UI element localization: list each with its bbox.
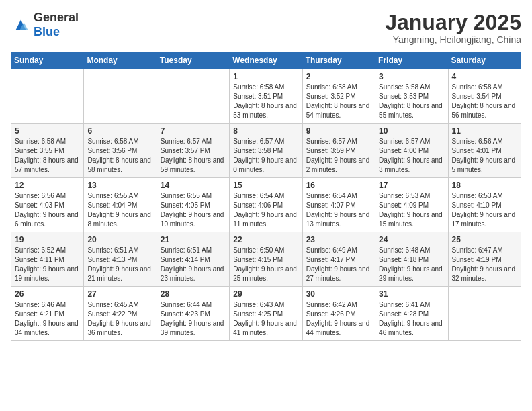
day-number: 26 bbox=[15, 289, 80, 299]
calendar-cell bbox=[448, 287, 521, 341]
day-info: Sunrise: 6:41 AM Sunset: 4:28 PM Dayligh… bbox=[379, 300, 444, 338]
day-number: 24 bbox=[379, 235, 444, 244]
calendar-cell bbox=[84, 69, 157, 124]
day-header: Friday bbox=[375, 52, 448, 69]
calendar-week: 12Sunrise: 6:56 AM Sunset: 4:03 PM Dayli… bbox=[11, 178, 521, 232]
page-header: General Blue January 2025 Yangming, Heil… bbox=[11, 11, 521, 45]
day-number: 12 bbox=[15, 181, 80, 190]
day-number: 9 bbox=[306, 126, 371, 136]
day-info: Sunrise: 6:58 AM Sunset: 3:54 PM Dayligh… bbox=[452, 83, 517, 120]
logo-icon bbox=[11, 15, 31, 35]
calendar-week: 26Sunrise: 6:46 AM Sunset: 4:21 PM Dayli… bbox=[11, 287, 521, 341]
calendar-week: 5Sunrise: 6:58 AM Sunset: 3:55 PM Daylig… bbox=[11, 124, 521, 178]
day-number: 5 bbox=[15, 126, 80, 136]
day-number: 3 bbox=[379, 72, 444, 81]
day-info: Sunrise: 6:45 AM Sunset: 4:22 PM Dayligh… bbox=[87, 300, 152, 338]
day-number: 16 bbox=[306, 181, 371, 190]
calendar-week: 1Sunrise: 6:58 AM Sunset: 3:51 PM Daylig… bbox=[11, 69, 521, 124]
logo: General Blue bbox=[11, 11, 79, 39]
calendar-cell: 31Sunrise: 6:41 AM Sunset: 4:28 PM Dayli… bbox=[375, 287, 448, 341]
logo-blue: Blue bbox=[34, 25, 60, 38]
day-info: Sunrise: 6:58 AM Sunset: 3:55 PM Dayligh… bbox=[15, 137, 80, 175]
day-number: 13 bbox=[87, 181, 152, 190]
day-header: Wednesday bbox=[230, 52, 302, 69]
day-info: Sunrise: 6:58 AM Sunset: 3:51 PM Dayligh… bbox=[233, 83, 298, 120]
day-info: Sunrise: 6:58 AM Sunset: 3:53 PM Dayligh… bbox=[379, 83, 444, 120]
calendar-cell: 29Sunrise: 6:43 AM Sunset: 4:25 PM Dayli… bbox=[230, 287, 302, 341]
calendar-cell: 4Sunrise: 6:58 AM Sunset: 3:54 PM Daylig… bbox=[448, 69, 521, 124]
logo-text: General Blue bbox=[34, 11, 79, 39]
month-title: January 2025 bbox=[385, 11, 521, 34]
day-header: Thursday bbox=[302, 52, 375, 69]
day-info: Sunrise: 6:44 AM Sunset: 4:23 PM Dayligh… bbox=[161, 300, 226, 338]
day-info: Sunrise: 6:57 AM Sunset: 4:00 PM Dayligh… bbox=[379, 137, 444, 175]
calendar-cell bbox=[157, 69, 229, 124]
day-number: 18 bbox=[452, 181, 517, 190]
day-number: 19 bbox=[15, 235, 80, 244]
day-info: Sunrise: 6:46 AM Sunset: 4:21 PM Dayligh… bbox=[15, 300, 80, 338]
calendar-cell: 10Sunrise: 6:57 AM Sunset: 4:00 PM Dayli… bbox=[375, 124, 448, 178]
calendar-cell: 20Sunrise: 6:51 AM Sunset: 4:13 PM Dayli… bbox=[84, 232, 157, 287]
calendar-cell: 14Sunrise: 6:55 AM Sunset: 4:05 PM Dayli… bbox=[157, 178, 229, 232]
day-info: Sunrise: 6:42 AM Sunset: 4:26 PM Dayligh… bbox=[306, 300, 371, 338]
calendar-cell: 5Sunrise: 6:58 AM Sunset: 3:55 PM Daylig… bbox=[11, 124, 84, 178]
calendar-cell: 16Sunrise: 6:54 AM Sunset: 4:07 PM Dayli… bbox=[302, 178, 375, 232]
day-info: Sunrise: 6:56 AM Sunset: 4:01 PM Dayligh… bbox=[452, 137, 517, 175]
calendar-cell: 9Sunrise: 6:57 AM Sunset: 3:59 PM Daylig… bbox=[302, 124, 375, 178]
day-info: Sunrise: 6:51 AM Sunset: 4:13 PM Dayligh… bbox=[87, 246, 152, 283]
day-number: 22 bbox=[233, 235, 298, 244]
day-info: Sunrise: 6:53 AM Sunset: 4:10 PM Dayligh… bbox=[452, 191, 517, 229]
calendar-cell: 3Sunrise: 6:58 AM Sunset: 3:53 PM Daylig… bbox=[375, 69, 448, 124]
day-info: Sunrise: 6:57 AM Sunset: 3:59 PM Dayligh… bbox=[306, 137, 371, 175]
day-header: Saturday bbox=[448, 52, 521, 69]
calendar-cell: 11Sunrise: 6:56 AM Sunset: 4:01 PM Dayli… bbox=[448, 124, 521, 178]
day-number: 20 bbox=[87, 235, 152, 244]
calendar-cell: 19Sunrise: 6:52 AM Sunset: 4:11 PM Dayli… bbox=[11, 232, 84, 287]
calendar-header: SundayMondayTuesdayWednesdayThursdayFrid… bbox=[11, 52, 521, 69]
title-area: January 2025 Yangming, Heilongjiang, Chi… bbox=[385, 11, 521, 45]
day-number: 14 bbox=[161, 181, 226, 190]
day-number: 1 bbox=[233, 72, 298, 81]
day-info: Sunrise: 6:51 AM Sunset: 4:14 PM Dayligh… bbox=[161, 246, 226, 283]
day-info: Sunrise: 6:53 AM Sunset: 4:09 PM Dayligh… bbox=[379, 191, 444, 229]
day-info: Sunrise: 6:58 AM Sunset: 3:56 PM Dayligh… bbox=[87, 137, 152, 175]
calendar-cell: 15Sunrise: 6:54 AM Sunset: 4:06 PM Dayli… bbox=[230, 178, 302, 232]
day-info: Sunrise: 6:54 AM Sunset: 4:07 PM Dayligh… bbox=[306, 191, 371, 229]
day-info: Sunrise: 6:47 AM Sunset: 4:19 PM Dayligh… bbox=[452, 246, 517, 283]
calendar-cell: 18Sunrise: 6:53 AM Sunset: 4:10 PM Dayli… bbox=[448, 178, 521, 232]
day-info: Sunrise: 6:55 AM Sunset: 4:05 PM Dayligh… bbox=[161, 191, 226, 229]
day-info: Sunrise: 6:49 AM Sunset: 4:17 PM Dayligh… bbox=[306, 246, 371, 283]
day-number: 17 bbox=[379, 181, 444, 190]
day-info: Sunrise: 6:48 AM Sunset: 4:18 PM Dayligh… bbox=[379, 246, 444, 283]
calendar-cell: 21Sunrise: 6:51 AM Sunset: 4:14 PM Dayli… bbox=[157, 232, 229, 287]
day-number: 29 bbox=[233, 289, 298, 299]
day-number: 15 bbox=[233, 181, 298, 190]
day-number: 8 bbox=[233, 126, 298, 136]
day-number: 30 bbox=[306, 289, 371, 299]
day-info: Sunrise: 6:43 AM Sunset: 4:25 PM Dayligh… bbox=[233, 300, 298, 338]
calendar-cell: 23Sunrise: 6:49 AM Sunset: 4:17 PM Dayli… bbox=[302, 232, 375, 287]
day-info: Sunrise: 6:58 AM Sunset: 3:52 PM Dayligh… bbox=[306, 83, 371, 120]
day-number: 7 bbox=[161, 126, 226, 136]
calendar-cell: 30Sunrise: 6:42 AM Sunset: 4:26 PM Dayli… bbox=[302, 287, 375, 341]
calendar-cell: 17Sunrise: 6:53 AM Sunset: 4:09 PM Dayli… bbox=[375, 178, 448, 232]
day-info: Sunrise: 6:57 AM Sunset: 3:58 PM Dayligh… bbox=[233, 137, 298, 175]
day-number: 2 bbox=[306, 72, 371, 81]
calendar-cell: 26Sunrise: 6:46 AM Sunset: 4:21 PM Dayli… bbox=[11, 287, 84, 341]
calendar-cell: 8Sunrise: 6:57 AM Sunset: 3:58 PM Daylig… bbox=[230, 124, 302, 178]
calendar-cell: 13Sunrise: 6:55 AM Sunset: 4:04 PM Dayli… bbox=[84, 178, 157, 232]
day-number: 6 bbox=[87, 126, 152, 136]
calendar-cell: 24Sunrise: 6:48 AM Sunset: 4:18 PM Dayli… bbox=[375, 232, 448, 287]
day-number: 27 bbox=[87, 289, 152, 299]
day-header: Monday bbox=[84, 52, 157, 69]
calendar-cell: 1Sunrise: 6:58 AM Sunset: 3:51 PM Daylig… bbox=[230, 69, 302, 124]
calendar-week: 19Sunrise: 6:52 AM Sunset: 4:11 PM Dayli… bbox=[11, 232, 521, 287]
calendar-cell: 6Sunrise: 6:58 AM Sunset: 3:56 PM Daylig… bbox=[84, 124, 157, 178]
day-info: Sunrise: 6:50 AM Sunset: 4:15 PM Dayligh… bbox=[233, 246, 298, 283]
calendar-body: 1Sunrise: 6:58 AM Sunset: 3:51 PM Daylig… bbox=[11, 69, 521, 341]
day-info: Sunrise: 6:54 AM Sunset: 4:06 PM Dayligh… bbox=[233, 191, 298, 229]
day-number: 31 bbox=[379, 289, 444, 299]
calendar-cell: 12Sunrise: 6:56 AM Sunset: 4:03 PM Dayli… bbox=[11, 178, 84, 232]
calendar-cell: 28Sunrise: 6:44 AM Sunset: 4:23 PM Dayli… bbox=[157, 287, 229, 341]
calendar-table: SundayMondayTuesdayWednesdayThursdayFrid… bbox=[11, 52, 521, 341]
